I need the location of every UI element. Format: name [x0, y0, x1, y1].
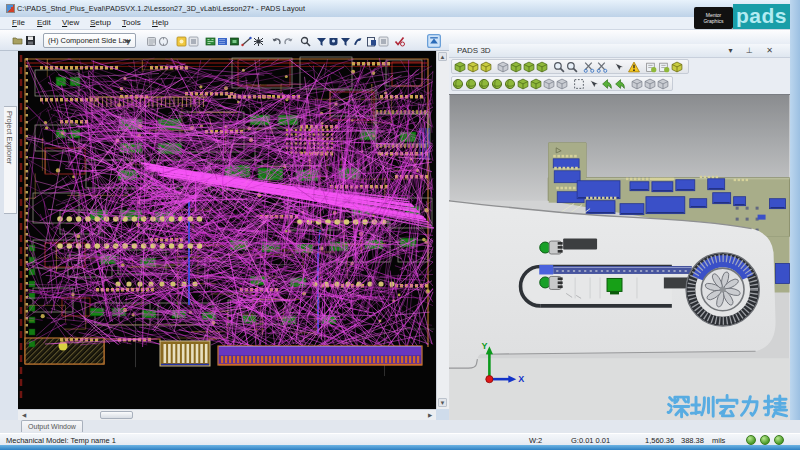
svg-text:Y: Y [481, 341, 487, 351]
svg-text:X: X [518, 374, 524, 384]
